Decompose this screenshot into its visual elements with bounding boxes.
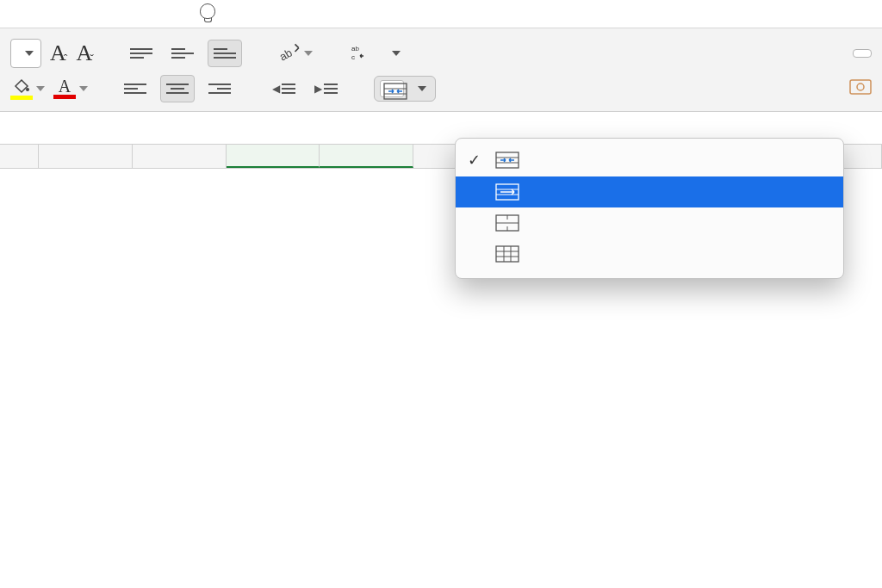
merge-across-item[interactable] xyxy=(456,176,843,207)
font-size-group: Aˆ Aˇ xyxy=(10,39,94,68)
svg-point-3 xyxy=(26,88,29,91)
align-middle-button[interactable] xyxy=(166,40,199,66)
ribbon: Aˆ Aˇ ab abc xyxy=(0,28,882,112)
align-bottom-button[interactable] xyxy=(208,40,242,67)
unmerge-icon xyxy=(495,245,519,263)
wrap-text-button[interactable]: abc xyxy=(349,40,401,67)
svg-text:ab: ab xyxy=(351,45,359,53)
col-header-h[interactable] xyxy=(227,145,320,168)
col-header-g[interactable] xyxy=(133,145,227,168)
chevron-down-icon xyxy=(25,51,34,56)
paint-bucket-icon xyxy=(10,77,33,100)
tell-me[interactable] xyxy=(200,3,220,19)
ribbon-row-2: A ◀ ▶ xyxy=(0,73,882,106)
merge-dropdown-menu: ✓ xyxy=(455,138,844,279)
merge-cells-item[interactable] xyxy=(456,207,843,238)
chevron-down-icon xyxy=(392,51,401,56)
align-top-button[interactable] xyxy=(125,40,158,66)
increase-indent-button[interactable]: ▶ xyxy=(309,79,343,98)
wrap-text-icon: abc xyxy=(349,40,375,67)
font-color-button[interactable]: A xyxy=(53,78,88,99)
number-format-group xyxy=(853,49,872,58)
chevron-down-icon xyxy=(79,86,88,91)
increase-font-size-button[interactable]: Aˆ xyxy=(50,40,67,66)
svg-rect-19 xyxy=(496,246,519,262)
currency-group xyxy=(849,77,872,100)
font-color-icon: A xyxy=(53,78,76,99)
checkmark-icon: ✓ xyxy=(464,151,483,170)
wrap-group: abc xyxy=(349,40,401,67)
svg-text:ab: ab xyxy=(278,46,295,63)
merge-icon xyxy=(380,80,404,97)
orientation-group: ab xyxy=(273,37,318,70)
col-header-i[interactable] xyxy=(320,145,413,168)
chevron-down-icon xyxy=(418,86,426,91)
svg-text:c: c xyxy=(351,53,355,61)
halign-group xyxy=(119,75,236,102)
decrease-indent-button[interactable]: ◀ xyxy=(267,79,301,98)
indent-group: ◀ ▶ xyxy=(267,79,343,98)
menu-tabs xyxy=(0,0,882,28)
number-format-select[interactable] xyxy=(853,49,872,58)
decrease-font-size-button[interactable]: Aˇ xyxy=(76,40,93,66)
align-left-button[interactable] xyxy=(119,76,152,102)
chevron-down-icon xyxy=(304,51,313,56)
col-header-partial[interactable] xyxy=(0,145,39,168)
merge-across-icon xyxy=(495,183,519,201)
ribbon-row-1: Aˆ Aˇ ab abc xyxy=(0,28,882,73)
merge-center-button[interactable] xyxy=(374,76,436,102)
svg-rect-7 xyxy=(850,80,871,94)
orientation-icon: ab xyxy=(278,40,301,66)
unmerge-cells-item[interactable] xyxy=(456,238,843,269)
lightbulb-icon xyxy=(200,3,215,19)
svg-rect-9 xyxy=(496,152,519,168)
col-header-f[interactable] xyxy=(39,145,133,168)
orientation-button[interactable]: ab xyxy=(273,37,318,70)
fill-color-button[interactable] xyxy=(10,77,45,100)
svg-rect-4 xyxy=(384,84,407,99)
svg-point-8 xyxy=(857,84,864,90)
chevron-down-icon xyxy=(36,86,45,91)
merge-cells-icon xyxy=(495,214,519,232)
align-center-button[interactable] xyxy=(160,75,195,102)
align-right-button[interactable] xyxy=(203,76,236,102)
font-size-select[interactable] xyxy=(10,39,41,68)
merge-group xyxy=(374,76,436,102)
merge-and-center-item[interactable]: ✓ xyxy=(456,144,843,176)
color-group: A xyxy=(10,77,88,100)
valign-group xyxy=(125,40,242,67)
merge-center-icon xyxy=(495,152,519,169)
accounting-format-icon[interactable] xyxy=(849,77,872,100)
